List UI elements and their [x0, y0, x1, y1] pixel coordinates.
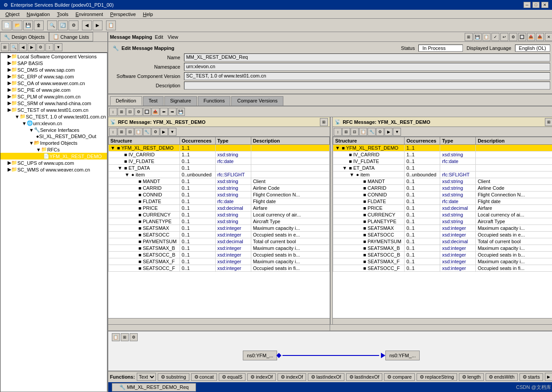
tree-item-sc-ups[interactable]: ▶ 📁 SC_UPS of www.ups.com [0, 159, 107, 166]
table-row[interactable]: ▼ ■ ET_DATA [108, 165, 180, 172]
tgt-tb3[interactable]: ⊟ [351, 128, 359, 136]
new-button[interactable]: 📄 [2, 20, 12, 30]
src-tb4[interactable]: 📋 [135, 128, 143, 136]
src-scroll-bottom[interactable] [108, 325, 331, 331]
func-starts[interactable]: ⚙ starts [519, 373, 543, 381]
maximize-panel-btn[interactable]: ⊞ [465, 33, 473, 41]
table-row[interactable]: ■ MANDT [108, 178, 180, 185]
tree-filter[interactable]: 🔍 [10, 43, 18, 51]
target-map-node[interactable]: ns0:YFM_... [385, 351, 420, 360]
history-button[interactable]: 📋 [106, 20, 116, 30]
edit-menu-label[interactable]: Edit [153, 34, 165, 40]
table-row[interactable]: ■ SEATSOCC_B [333, 252, 405, 258]
tab-test[interactable]: Test [143, 96, 164, 106]
view-menu-label[interactable]: View [166, 34, 180, 40]
source-scroll-h[interactable] [108, 318, 330, 324]
tab-functions[interactable]: Functions [198, 96, 231, 106]
table-row[interactable]: ▼ ■ YFM_XL_REST_DEMO [108, 145, 180, 151]
save-button[interactable]: 💾 [23, 20, 33, 30]
table-row[interactable]: ■ PAYMENTSUM [333, 238, 405, 245]
refresh-button[interactable]: 🔄 [58, 20, 68, 30]
table-row[interactable]: ■ CONNID [108, 192, 180, 198]
func-substring[interactable]: ⚙ substring [158, 373, 189, 381]
table-row[interactable]: ■ FLDATE [333, 198, 405, 205]
func-concat[interactable]: ⚙ concat [191, 373, 217, 381]
tree-item-sc-pie[interactable]: ▶ 📁 SC_PIE of www.pie.com [0, 86, 107, 93]
map-btn6[interactable]: 📤 [151, 108, 159, 116]
table-row[interactable]: ■ PLANETYPE [333, 218, 405, 225]
map-btn5[interactable]: 🔲 [143, 108, 151, 116]
map-btn2[interactable]: ⊞ [118, 108, 126, 116]
tree-sort[interactable]: ↕ [45, 43, 53, 51]
menu-perspective[interactable]: Perspective [106, 11, 139, 18]
toolbar-btn3[interactable]: ↩ [500, 33, 508, 41]
settings-button[interactable]: ⚙ [69, 20, 78, 30]
tgt-tb2[interactable]: ⊞ [342, 128, 350, 136]
tree-item-service-interfaces[interactable]: ▼ 🔧 Service Interfaces [0, 127, 107, 133]
func-indexof2[interactable]: ⚙ indexOf [278, 373, 306, 381]
toolbar-btn2[interactable]: ✓ [491, 33, 499, 41]
tgt-tb1[interactable]: ↕ [334, 128, 342, 136]
table-row[interactable]: ■ SEATSOCC_B [108, 252, 180, 258]
status-tab-label[interactable]: 🔧 MM_XL_REST_DEMO_Req [112, 383, 196, 392]
map-btn7[interactable]: ⬅ [160, 108, 168, 116]
table-row[interactable]: ■ MANDT [333, 178, 405, 185]
src-tb5[interactable]: 🔧 [143, 128, 151, 136]
filter-button[interactable]: 🔍 [47, 20, 57, 30]
tree-item-local-software[interactable]: ▶ 📁 Local Software Component Versions [0, 53, 107, 60]
delete-button[interactable]: 🗑 [34, 20, 44, 30]
tree-action[interactable]: ▼ [54, 43, 62, 51]
func-lastindexof2[interactable]: ⚙ lastIndexOf [346, 373, 383, 381]
menu-tools[interactable]: Tools [53, 11, 72, 18]
tree-item-sc-wms[interactable]: ▶ 📁 SC_WMS of www.weaver.com.cn [0, 166, 107, 173]
func-scroll-right[interactable]: ▶ [545, 373, 552, 381]
visual-btn2[interactable]: ⊞ [121, 333, 129, 341]
table-row[interactable]: ■ CONNID [333, 192, 405, 198]
source-map-node[interactable]: ns0:YFM_... [243, 351, 277, 360]
close-button[interactable]: ✕ [541, 2, 548, 8]
target-panel-maximize[interactable]: ⊞ [545, 118, 552, 126]
map-btn9[interactable]: 💾 [177, 108, 185, 116]
table-row[interactable]: ▼ ● item [108, 172, 180, 178]
menu-object[interactable]: Object [2, 11, 23, 18]
func-compare[interactable]: ⚙ compare [384, 373, 415, 381]
func-equals[interactable]: ⚙ equalS [219, 373, 245, 381]
tree-item-rfcs[interactable]: ▼ 📁 RFCs [0, 146, 107, 153]
tree-item-sc-plm[interactable]: ▶ 📁 SC_PLM of www.plm.com.cn [0, 93, 107, 100]
tab-compare-versions[interactable]: Compare Versions [231, 96, 283, 106]
tgt-tb7[interactable]: ▶ [384, 128, 393, 136]
open-button[interactable]: 📂 [12, 20, 22, 30]
toolbar-btn5[interactable]: 🔲 [518, 33, 526, 41]
src-tb2[interactable]: ⊞ [118, 128, 126, 136]
func-replacestring[interactable]: ⚙ replaceString [417, 373, 457, 381]
table-row[interactable]: ■ SEATSOCC_F [333, 265, 405, 272]
tree-settings[interactable]: ⚙ [37, 43, 45, 51]
src-tb3[interactable]: ⊟ [126, 128, 134, 136]
menu-help[interactable]: Help [139, 11, 157, 18]
table-row[interactable]: ■ FLDATE [108, 198, 180, 205]
table-row[interactable]: ■ CURRENCY [333, 212, 405, 218]
tgt-tb4[interactable]: 📋 [359, 128, 367, 136]
tree-item-sc-dms[interactable]: ▶ 📁 SC_DMS of www.sap.com [0, 66, 107, 73]
table-row[interactable]: ■ IV_CARRID [108, 151, 180, 158]
save-mapping-btn[interactable]: 💾 [474, 33, 482, 41]
tgt-tb5[interactable]: 🔧 [368, 128, 376, 136]
func-indexof1[interactable]: ⚙ indexOf [247, 373, 276, 381]
func-length[interactable]: ⚙ length [459, 373, 484, 381]
nav-forward-button[interactable]: ▶ [93, 20, 102, 30]
menu-environment[interactable]: Environment [72, 11, 107, 18]
tgt-scroll-bottom[interactable] [333, 325, 552, 331]
tree-item-sap-basis[interactable]: ▶ 📁 SAP BASIS [0, 60, 107, 66]
table-row[interactable]: ▼ ■ ET_DATA [333, 165, 405, 172]
table-row[interactable]: ▼ ● item [333, 172, 405, 178]
table-row[interactable]: ■ PRICE [108, 205, 180, 212]
table-row[interactable]: ■ PAYMENTSUM [108, 238, 180, 245]
map-btn8[interactable]: ➡ [168, 108, 176, 116]
src-tb8[interactable]: ▼ [168, 128, 176, 136]
tree-item-imported-objects[interactable]: ▼ 📂 Imported Objects [0, 139, 107, 146]
table-row[interactable]: ■ SEATSMAX [333, 225, 405, 232]
tree-item-sc-srm[interactable]: ▶ 📁 SC_SRM of www.hand-china.com [0, 100, 107, 106]
tgt-tb8[interactable]: ▼ [393, 128, 401, 136]
tree-item-sc-test-10[interactable]: ▼ 📁 SC_TEST, 1.0 of www.test01.com.cn [0, 113, 107, 120]
table-row[interactable]: ■ SEATSOCC_F [108, 265, 180, 272]
